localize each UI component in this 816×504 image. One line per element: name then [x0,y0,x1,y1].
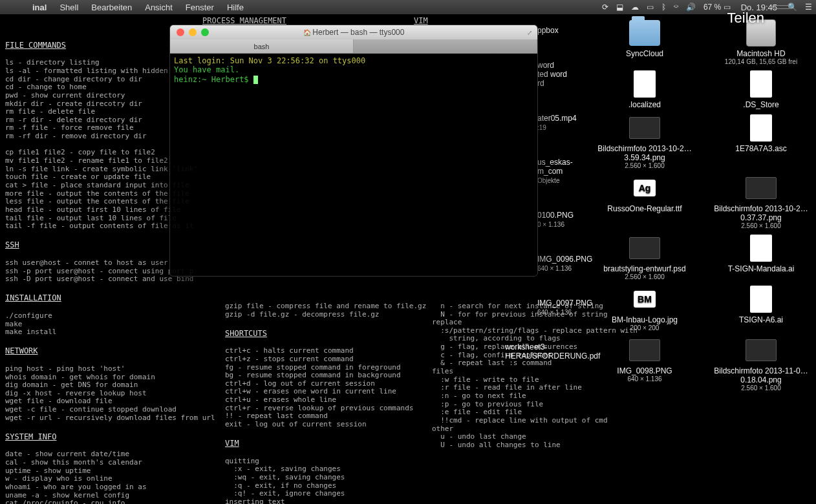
desktop-icon[interactable]: .DS_Store [713,70,810,109]
fullscreen-icon[interactable]: ⤢ [527,29,532,36]
icon-label: RussoOne-Regular.ttf [607,204,682,213]
menu-help[interactable]: Hilfe [220,3,250,12]
icon-sublabel: 2.560 × 1.600 [625,162,664,169]
icon-sublabel: 2.560 × 1.600 [741,222,780,229]
icon-label: BM-Inbau-Logo.jpg [612,315,678,324]
wifi-icon[interactable]: ⌔ [670,3,682,12]
desktop-icon[interactable]: Bildschirmfoto 2013-11-0…0.18.04.png2.56… [713,337,810,392]
icon-sublabel: 2.560 × 1.600 [625,273,664,280]
desktop-icon[interactable]: T-SIGN-Mandala.ai [713,235,810,273]
desktop-icon[interactable]: IMG_0098.PNG640 × 1.136 [596,337,693,383]
text-gzip: gzip file - compress file and rename to … [225,302,400,319]
desktop-icon[interactable]: Bildschirmfoto 2013-10-2…3.59.34.png2.56… [596,114,693,169]
sync-icon[interactable]: ⟳ [598,3,612,12]
text-installation: ./configure make make install [5,312,193,337]
icon-sublabel: 200 × 200 [630,324,660,331]
desktop-icon[interactable]: brautstyling-entwurf.psd2.560 × 1.600 [596,235,693,280]
heading-vim: VIM [225,439,400,448]
display-icon[interactable]: ▭ [643,3,658,12]
desktop-icons: SyncCloudMacintosh HD120,14 GB, 15,65 GB… [525,19,810,395]
terminal-lastlogin: Last login: Sun Nov 3 22:56:32 on ttys00… [174,56,533,65]
desktop-icon[interactable]: .localized [596,70,693,109]
icon-label: T-SIGN-Mandala.ai [728,264,795,273]
terminal-mail: You have mail. [174,65,533,74]
cloud-icon[interactable]: ☁ [627,3,643,12]
text-ssh: ssh user@host - connet to host as user s… [5,259,193,284]
terminal-titlebar[interactable]: Herbert — bash — ttys000 ⤢ [170,25,537,39]
heading-shortcuts: SHORTCUTS [225,330,400,339]
menu-view[interactable]: Ansicht [138,3,179,12]
icon-sublabel: 640 × 1.136 [627,375,661,383]
desktop-icon[interactable]: Bildschirmfoto 2013-10-2…0.37.37.png2.56… [713,174,810,229]
terminal-window[interactable]: Herbert — bash — ttys000 ⤢ bash Last log… [169,25,538,277]
icon-label: Macintosh HD [736,49,785,58]
share-overlay-label: Teilen [727,10,764,26]
terminal-tab-bash[interactable]: bash [170,39,354,53]
menu-shell[interactable]: Shell [53,3,85,12]
window-title: Herbert — bash — ttys000 [170,28,537,37]
dropbox-icon[interactable]: ⬓ [612,3,627,12]
terminal-prompt: heinz:~ Herbert$ [174,75,253,84]
desktop-icon[interactable]: AgRussoOne-Regular.ttf [596,174,693,213]
text-vim-quit: quitting :x - exit, saving changes :wq -… [225,457,400,504]
heading-ssh: SSH [5,241,193,250]
terminal-body[interactable]: Last login: Sun Nov 3 22:56:32 on ttys00… [170,54,537,87]
desktop-icon[interactable]: TSIGN-A6.ai [713,286,810,324]
menubar: inal Shell Bearbeiten Ansicht Fenster Hi… [0,0,816,14]
bluetooth-icon[interactable]: ᛒ [658,3,670,12]
heading-network: NETWORK [5,347,193,356]
icon-label: .DS_Store [743,100,778,109]
text-shortcuts: ctrl+c - halts current command ctrl+z - … [225,347,400,428]
menu-edit[interactable]: Bearbeiten [85,3,138,12]
icon-label: Bildschirmfoto 2013-11-0…0.18.04.png [713,366,810,384]
icon-label: Bildschirmfoto 2013-10-2…0.37.37.png [713,204,810,222]
overlay-indicator [772,5,790,9]
icon-label: brautstyling-entwurf.psd [603,264,685,273]
terminal-tabbar: bash [170,39,537,54]
heading-system-info: SYSTEM INFO [5,433,193,442]
icon-label: Bildschirmfoto 2013-10-2…3.59.34.png [596,144,693,162]
cursor [253,76,258,84]
icon-label: IMG_0098.PNG [617,366,672,375]
app-name[interactable]: inal [26,3,53,12]
text-network: ping host - ping host 'host' whois domai… [5,365,193,422]
terminal-tab-empty[interactable] [354,39,537,53]
notification-icon[interactable]: ☰ [801,3,816,12]
icon-sublabel: 2.560 × 1.600 [741,384,780,392]
icon-label: 1E78A7A3.asc [735,144,786,153]
icon-sublabel: 120,14 GB, 15,65 GB frei [725,58,797,65]
desktop-icon[interactable]: BMBM-Inbau-Logo.jpg200 × 200 [596,286,693,331]
menu-window[interactable]: Fenster [179,3,220,12]
text-system-info: date - show current date/time cal - show… [5,450,193,504]
icon-label: SyncCloud [626,49,663,58]
icon-label: TSIGN-A6.ai [739,315,783,324]
volume-icon[interactable]: 🔊 [682,3,700,12]
heading-file-commands: FILE COMMANDS [5,41,193,50]
text-file-commands: ls - directory listing ls -al - formatte… [5,59,193,230]
heading-installation: INSTALLATION [5,294,193,303]
desktop-icon[interactable]: SyncCloud [596,19,693,58]
desktop-icon[interactable]: 1E78A7A3.asc [713,114,810,153]
icon-label: .localized [628,100,661,109]
